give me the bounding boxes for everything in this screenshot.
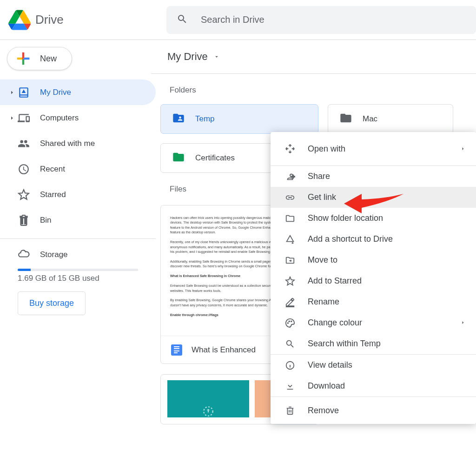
context-menu: Open with Share Get link Show folder loc… [271,132,476,424]
sidebar-item-my-drive[interactable]: My Drive [0,79,156,105]
link-icon [284,192,297,203]
move-to-icon [284,255,297,265]
menu-label: Add to Starred [308,276,362,286]
sidebar-divider [0,238,156,239]
docs-icon [171,344,182,356]
search-icon [177,13,188,26]
header: Drive [0,0,476,40]
folder-outline-icon [284,213,297,224]
menu-label: View details [308,360,352,370]
sidebar-item-label: My Drive [40,88,71,97]
menu-add-shortcut[interactable]: Add a shortcut to Drive [271,229,476,250]
drive-logo-icon [8,10,31,30]
sidebar-item-label: Bin [40,216,52,225]
menu-show-location[interactable]: Show folder location [271,208,476,229]
sidebar-item-recent[interactable]: Recent [0,156,156,182]
new-button[interactable]: New [7,47,72,70]
sidebar-item-shared[interactable]: Shared with me [0,131,156,156]
storage-used-text: 1.69 GB of 15 GB used [18,274,138,283]
svg-point-2 [289,321,290,322]
folder-name: Mac [363,114,377,124]
folder-shared-icon [172,112,185,126]
folder-name: Temp [195,114,215,124]
search-icon [284,339,297,349]
menu-change-colour[interactable]: Change colour [271,312,476,333]
new-label: New [40,54,57,64]
menu-view-details[interactable]: View details [271,355,476,376]
file-name: What is Enhanced [192,345,256,355]
menu-label: Show folder location [308,213,383,223]
menu-download[interactable]: Download [271,376,476,397]
sidebar-item-computers[interactable]: Computers [0,105,156,131]
sidebar-item-bin[interactable]: Bin [0,207,156,233]
sidebar-item-label: Recent [40,165,65,174]
menu-label: Change colour [308,318,362,328]
menu-remove[interactable]: Remove [271,397,476,424]
chevron-down-icon [213,51,220,63]
buy-storage-button[interactable]: Buy storage [18,291,86,315]
trash-icon [284,405,297,416]
open-with-icon [284,144,297,154]
rename-icon [284,297,297,307]
breadcrumb-label: My Drive [167,51,208,63]
folder-name: Certificates [195,153,235,163]
sidebar-item-storage[interactable]: Storage [0,245,156,264]
sidebar-item-label: Computers [40,113,79,123]
menu-label: Rename [308,297,339,307]
folders-section-label: Folders [156,74,476,104]
logo-area[interactable]: Drive [8,10,166,30]
menu-label: Add a shortcut to Drive [308,234,393,244]
menu-share[interactable]: Share [271,166,476,187]
download-icon [284,381,297,391]
menu-get-link[interactable]: Get link [271,187,476,208]
svg-point-3 [291,321,292,322]
star-icon [18,189,30,201]
chevron-right-icon [460,318,466,328]
menu-label: Search within Temp [308,339,381,349]
share-icon [284,172,297,182]
chevron-right-icon [9,90,18,95]
menu-open-with[interactable]: Open with [271,132,476,165]
star-outline-icon [284,276,297,286]
menu-label: Open with [308,144,345,154]
app-title: Drive [35,13,64,27]
shortcut-icon [284,234,297,245]
menu-label: Remove [308,406,339,416]
computers-icon [18,112,30,124]
menu-move-to[interactable]: Move to [271,250,476,271]
menu-label: Move to [308,255,337,265]
menu-add-starred[interactable]: Add to Starred [271,271,476,291]
info-icon [284,360,297,370]
folder-icon [339,112,352,126]
menu-label: Download [308,381,345,391]
preview-thumbnail [167,380,249,417]
folder-card-mac[interactable]: Mac [328,104,453,134]
recent-icon [18,163,30,175]
menu-search-within[interactable]: Search within Temp [271,333,476,354]
bin-icon [18,214,30,226]
sidebar-item-label: Starred [40,190,66,199]
my-drive-icon [18,86,30,99]
storage-label: Storage [40,250,68,259]
chevron-right-icon [460,144,466,154]
palette-icon [284,318,297,328]
breadcrumb[interactable]: My Drive [156,46,476,67]
search-input[interactable] [200,14,466,26]
cloud-icon [18,248,30,262]
search-bar[interactable] [166,6,476,34]
menu-label: Get link [308,192,336,202]
chevron-right-icon [9,115,18,121]
sidebar-item-starred[interactable]: Starred [0,182,156,207]
storage-bar [18,269,138,271]
folder-icon [172,151,185,165]
menu-rename[interactable]: Rename [271,291,476,312]
menu-label: Share [308,172,330,181]
sidebar: New My Drive Computers Shared with [0,40,156,456]
svg-point-1 [288,323,289,324]
plus-icon [14,49,33,68]
shared-icon [18,138,30,150]
folder-card-temp[interactable]: Temp [160,104,318,134]
sidebar-item-label: Shared with me [40,139,95,148]
